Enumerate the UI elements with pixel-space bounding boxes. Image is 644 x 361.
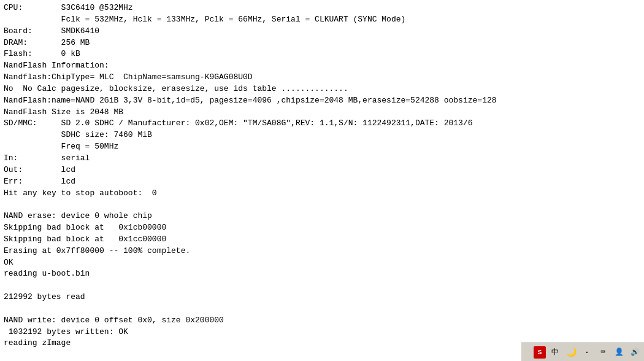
user-icon[interactable]: 👤 bbox=[612, 346, 626, 359]
ime-moon-icon[interactable]: 🌙 bbox=[564, 346, 578, 359]
ime-dot-icon[interactable]: · bbox=[580, 346, 594, 359]
keyboard-icon[interactable]: ⌨ bbox=[596, 346, 610, 359]
sogou-icon[interactable]: S bbox=[534, 346, 546, 359]
taskbar: S 中 🌙 · ⌨ 👤 🔊 bbox=[521, 343, 644, 361]
terminal-output: CPU: S3C6410 @532MHz Fclk = 532MHz, Hclk… bbox=[4, 2, 640, 361]
terminal-container: CPU: S3C6410 @532MHz Fclk = 532MHz, Hclk… bbox=[0, 0, 644, 361]
volume-icon[interactable]: 🔊 bbox=[628, 346, 642, 359]
ime-chinese-label[interactable]: 中 bbox=[548, 346, 562, 359]
